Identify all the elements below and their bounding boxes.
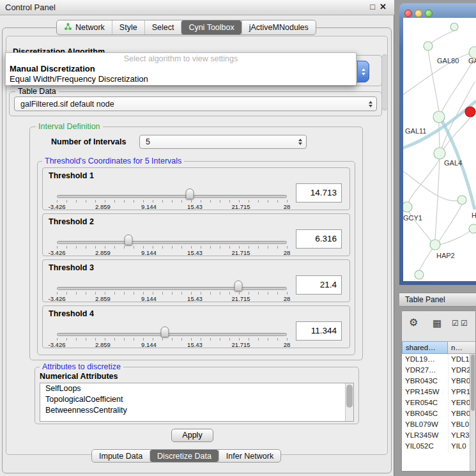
slider-tick-marks [57, 246, 288, 249]
algorithm-dropdown-popup: Select algorithm to view settings Manual… [5, 52, 357, 86]
scale-label: -3.426 [49, 249, 66, 256]
threshold-4-slider-thumb[interactable] [161, 326, 169, 337]
network-node[interactable] [450, 23, 458, 31]
network-edge [441, 58, 475, 112]
network-edge [439, 123, 440, 148]
column-header-name[interactable]: n… [448, 341, 476, 354]
control-panel-titlebar: Control Panel □ ✕ [0, 0, 394, 15]
zoom-traffic-light[interactable] [425, 10, 433, 17]
table-row[interactable]: YPR145WYPR1 [402, 387, 470, 397]
network-node[interactable] [415, 270, 424, 279]
threshold-1-value-field[interactable]: 14.713 [296, 183, 342, 203]
threshold-3-slider-thumb[interactable] [234, 280, 243, 291]
table-row[interactable]: YDR27…YDR2 [402, 365, 470, 376]
scale-label: 28 [284, 249, 291, 256]
network-node[interactable] [403, 202, 412, 212]
table-row[interactable]: YLR345WYLR3 [402, 430, 470, 441]
scale-label: 28 [284, 295, 291, 302]
checkbox-icon[interactable]: ☑ [461, 319, 468, 328]
tab-label: Network [75, 23, 105, 32]
down-arrow-icon [362, 73, 365, 75]
list-scrollbar-thumb[interactable] [346, 385, 353, 408]
algorithm-placeholder: Select algorithm to view settings [6, 54, 356, 63]
scale-label: 15.43 [187, 341, 203, 348]
scale-label: 21.715 [231, 295, 250, 302]
node-label: GA [468, 57, 476, 65]
network-node-selected[interactable] [465, 107, 475, 117]
gear-icon[interactable]: ⚙ [409, 316, 418, 329]
threshold-4-value-field[interactable]: 11.344 [296, 321, 342, 341]
tab-jactivemnodules[interactable]: jActiveMNodules [242, 20, 316, 35]
tab-style[interactable]: Style [112, 20, 144, 35]
apply-button[interactable]: Apply [171, 429, 213, 442]
threshold-4-label: Threshold 4 [49, 309, 94, 318]
algorithm-combobox-stepper[interactable] [357, 61, 369, 82]
cell-name: YPR1 [448, 387, 470, 397]
network-node[interactable] [434, 148, 445, 159]
network-node[interactable] [457, 196, 466, 204]
scale-label: 21.715 [231, 203, 250, 210]
table-row[interactable]: YBR043CYBR0 [402, 376, 470, 387]
table-row[interactable]: YIL052CYIL0 [402, 441, 470, 452]
dropdown-option-equal-width-frequency[interactable]: Equal Width/Frequency Discretization [10, 74, 356, 84]
dropdown-option-manual-discretization[interactable]: Manual Discretization [10, 64, 356, 73]
cell-shared-name: YPR145W [402, 387, 448, 397]
column-selector-icon[interactable]: ▦ [433, 318, 441, 328]
cell-shared-name: YDR27… [402, 365, 448, 376]
threshold-2-slider-thumb[interactable] [124, 234, 132, 245]
close-traffic-light[interactable] [404, 10, 412, 17]
tab-label: Cyni Toolbox [188, 23, 234, 32]
float-window-icon[interactable]: □ [370, 2, 375, 12]
panel-scrollbar-thumb[interactable] [381, 54, 388, 111]
table-row[interactable]: YBR045CYBR0 [402, 408, 470, 419]
table-body: YDL19…YDL1 YDR27…YDR2 YBR043CYBR0 YPR145… [402, 354, 470, 472]
number-of-intervals-combobox[interactable]: 5 [139, 135, 307, 149]
table-panel-header[interactable]: Table Panel [399, 293, 476, 307]
table-row[interactable]: YDL19…YDL1 [402, 354, 470, 365]
bottom-tabstrip: Impute Data Discretize Data Infer Networ… [91, 449, 281, 463]
attributes-group-title: Attributes to discretize [40, 362, 123, 371]
network-edge [440, 229, 472, 245]
list-item[interactable]: TopologicalCoefficient [40, 394, 353, 405]
threshold-2-value-field[interactable]: 6.316 [296, 229, 342, 249]
minimize-traffic-light[interactable] [415, 10, 422, 17]
cell-shared-name: YIL052C [402, 441, 448, 452]
network-canvas[interactable]: GAL80 GA GAL11 GAL4 GCY1 HAP2 H [403, 18, 476, 281]
node-label: GAL4 [444, 159, 462, 167]
tab-select[interactable]: Select [144, 20, 181, 35]
stepper-arrows-icon [298, 139, 302, 145]
network-node[interactable] [433, 111, 445, 123]
table-scrollbar[interactable] [470, 354, 475, 472]
tab-label: Discretize Data [157, 452, 211, 461]
table-data-combobox[interactable]: galFiltered.sif default node [14, 96, 377, 111]
threshold-1-slider-thumb[interactable] [185, 188, 194, 199]
network-node[interactable] [430, 240, 440, 250]
network-edge [431, 31, 454, 43]
tab-infer-network[interactable]: Infer Network [219, 450, 280, 462]
checkbox-icon[interactable]: ☑ [452, 319, 459, 328]
close-icon[interactable]: ✕ [380, 2, 387, 12]
cell-name: YBR0 [448, 376, 470, 387]
threshold-4-panel: Threshold 4 -3.426 2.859 9.144 15.43 21.… [42, 305, 350, 348]
list-scrollbar[interactable] [345, 383, 353, 421]
scale-label: 21.715 [231, 341, 250, 348]
table-row[interactable]: YER054CYER0 [402, 397, 470, 408]
network-node[interactable] [424, 42, 433, 50]
table-panel-window: ⚙ ▦ ☑ ☑ shared… n… YDL19…YDL1 YDR27…YDR2… [401, 311, 476, 472]
threshold-3-value-field[interactable]: 21.4 [296, 275, 342, 295]
list-item[interactable]: BetweennessCentrality [40, 405, 353, 416]
number-of-intervals-value: 5 [146, 137, 150, 146]
scale-label: 15.43 [187, 295, 203, 302]
network-node[interactable] [469, 224, 476, 233]
node-label: HAP2 [436, 252, 455, 259]
tab-cyni-toolbox[interactable]: Cyni Toolbox [181, 20, 241, 35]
table-row[interactable]: YBL079WYBL0 [402, 419, 470, 430]
list-item[interactable]: SelfLoops [40, 383, 353, 394]
column-header-shared-name[interactable]: shared… [402, 341, 448, 354]
table-scrollbar-thumb[interactable] [471, 355, 475, 411]
numerical-attributes-label: Numerical Attributes [40, 372, 118, 381]
tab-network[interactable]: Network [57, 20, 112, 35]
tab-impute-data[interactable]: Impute Data [92, 450, 150, 462]
tab-discretize-data[interactable]: Discretize Data [150, 450, 219, 462]
stepper-arrows-icon [369, 101, 372, 107]
